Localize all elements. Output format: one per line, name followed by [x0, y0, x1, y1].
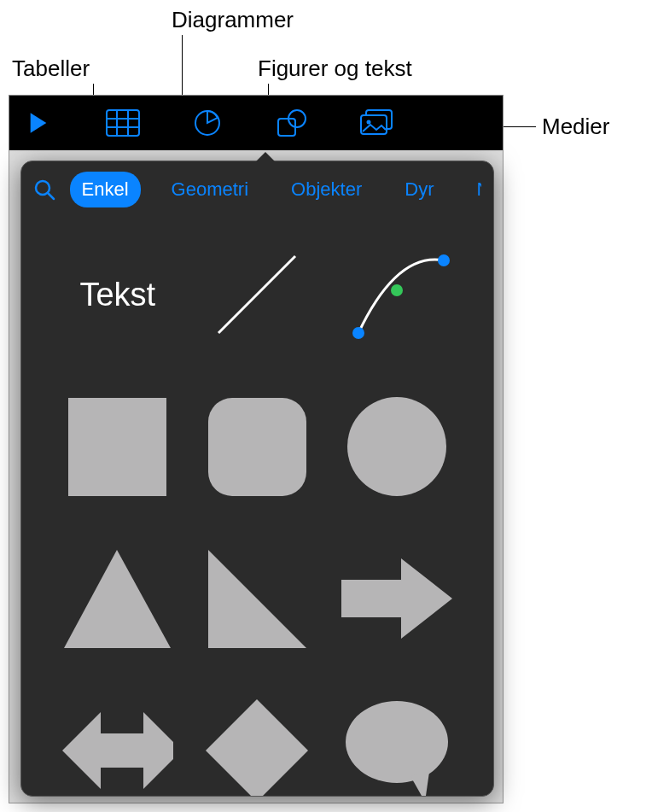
callout-tables: Tabeller	[12, 55, 90, 82]
svg-point-17	[438, 254, 450, 266]
svg-rect-18	[68, 398, 166, 496]
shape-triangle[interactable]	[62, 543, 173, 654]
svg-rect-1	[107, 110, 139, 136]
double-arrow-icon	[62, 704, 173, 796]
shape-curve[interactable]	[341, 239, 452, 350]
shape-grid: Tekst	[21, 218, 493, 796]
square-icon	[68, 398, 166, 496]
callout-media: Medier	[542, 114, 609, 140]
tab-natur[interactable]: Natur	[464, 172, 481, 207]
play-button[interactable]	[20, 104, 57, 142]
shape-rounded-square[interactable]	[201, 391, 312, 502]
triangle-icon	[64, 550, 171, 648]
tab-dyr[interactable]: Dyr	[393, 172, 445, 207]
shape-arrow-right[interactable]	[341, 543, 452, 654]
callout-shapes: Figurer og tekst	[258, 55, 412, 82]
popover-arrow	[256, 152, 275, 161]
tables-button[interactable]	[104, 104, 142, 142]
shape-line[interactable]	[201, 239, 312, 350]
shape-double-arrow[interactable]	[62, 695, 173, 796]
shape-square[interactable]	[62, 391, 173, 502]
diamond-icon	[206, 699, 308, 796]
svg-point-15	[352, 327, 364, 339]
search-icon	[33, 178, 55, 201]
pie-chart-icon	[193, 108, 222, 137]
popover-header: Enkel Geometri Objekter Dyr Natur	[21, 161, 493, 218]
svg-rect-19	[208, 398, 306, 496]
circle-icon	[346, 395, 448, 498]
svg-point-16	[391, 284, 403, 296]
svg-point-20	[347, 397, 446, 496]
svg-marker-0	[31, 113, 47, 132]
svg-marker-24	[62, 712, 173, 789]
media-button[interactable]	[358, 104, 395, 142]
category-tabs: Enkel Geometri Objekter Dyr Natur	[70, 172, 481, 207]
text-shape-label: Tekst	[79, 277, 155, 313]
tab-geometri[interactable]: Geometri	[160, 172, 260, 207]
shape-diamond[interactable]	[201, 695, 312, 796]
shape-right-triangle[interactable]	[201, 543, 312, 654]
tab-enkel[interactable]: Enkel	[70, 172, 141, 207]
shapes-button[interactable]	[273, 104, 311, 142]
toolbar	[9, 95, 504, 150]
shapes-icon	[277, 108, 307, 137]
line-icon	[206, 243, 308, 346]
speech-bubble-icon	[344, 699, 451, 796]
svg-marker-22	[208, 550, 306, 648]
svg-rect-10	[361, 115, 387, 134]
shape-text[interactable]: Tekst	[62, 239, 173, 350]
arrow-right-icon	[341, 552, 452, 646]
callout-charts: Diagrammer	[172, 7, 294, 33]
table-icon	[106, 109, 140, 137]
shape-circle[interactable]	[341, 391, 452, 502]
svg-line-14	[218, 256, 295, 333]
play-icon	[28, 111, 49, 135]
charts-button[interactable]	[189, 104, 226, 142]
search-button[interactable]	[33, 177, 56, 202]
svg-marker-25	[206, 699, 308, 796]
rounded-square-icon	[208, 398, 306, 496]
svg-marker-21	[64, 550, 171, 648]
svg-line-13	[48, 193, 54, 199]
tab-objekter[interactable]: Objekter	[279, 172, 374, 207]
curve-icon	[341, 243, 452, 346]
media-icon	[359, 108, 393, 137]
right-triangle-icon	[208, 550, 306, 648]
shapes-popover: Enkel Geometri Objekter Dyr Natur Tekst	[20, 161, 494, 797]
svg-rect-7	[278, 119, 295, 136]
svg-point-11	[367, 120, 371, 125]
svg-marker-23	[341, 558, 452, 639]
shape-speech-bubble[interactable]	[341, 695, 452, 796]
svg-point-26	[346, 701, 448, 783]
